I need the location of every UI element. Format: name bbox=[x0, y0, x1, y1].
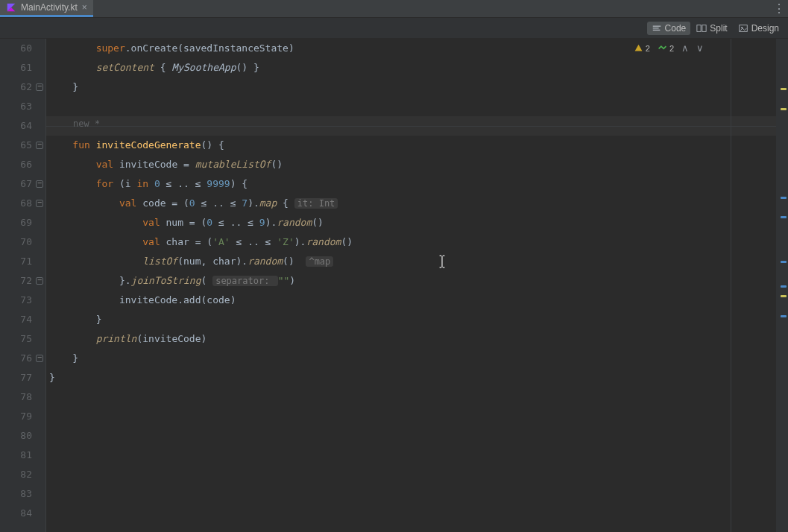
code-line[interactable]: val char = ('A' ≤ .. ≤ 'Z').random() bbox=[46, 232, 776, 252]
overview-ruler[interactable] bbox=[776, 39, 788, 532]
line-number[interactable]: 80 bbox=[0, 426, 32, 446]
fold-toggle-icon[interactable] bbox=[36, 180, 43, 188]
fold-toggle-icon[interactable] bbox=[36, 277, 43, 285]
view-mode-design[interactable]: Design bbox=[734, 22, 784, 35]
line-number[interactable]: 65 bbox=[0, 136, 32, 155]
view-mode-split-label: Split bbox=[710, 23, 727, 34]
code-line[interactable]: setContent { MySootheApp() } bbox=[46, 58, 776, 77]
line-number[interactable]: 77 bbox=[0, 368, 32, 387]
view-mode-code-label: Code bbox=[665, 23, 687, 34]
fold-column bbox=[36, 39, 45, 532]
line-number[interactable]: 78 bbox=[0, 387, 32, 407]
line-number[interactable]: 60 bbox=[0, 39, 32, 58]
overview-marker[interactable] bbox=[781, 315, 787, 317]
right-margin-guide bbox=[731, 39, 731, 532]
inline-hint: it: Int bbox=[294, 198, 338, 209]
code-line[interactable]: for (i in 0 ≤ .. ≤ 9999) { bbox=[46, 174, 776, 194]
line-number[interactable]: 74 bbox=[0, 310, 32, 329]
method-annotation: new * bbox=[73, 118, 100, 129]
fold-toggle-icon[interactable] bbox=[36, 355, 43, 362]
code-line[interactable]: }.joinToString( separator: "") bbox=[46, 271, 776, 291]
line-number[interactable]: 72 bbox=[0, 271, 32, 291]
overview-marker[interactable] bbox=[781, 261, 787, 263]
svg-rect-5 bbox=[697, 25, 701, 31]
code-area[interactable]: 2 2 ∧ ∨ new * super.onCreate(savedInstan… bbox=[46, 39, 776, 532]
prev-problem-icon[interactable]: ∧ bbox=[681, 42, 689, 54]
code-line[interactable] bbox=[46, 504, 776, 523]
warning-icon bbox=[634, 43, 643, 53]
line-number[interactable]: 61 bbox=[0, 58, 32, 77]
fold-toggle-icon[interactable] bbox=[36, 83, 43, 91]
tab-label: MainActivity.kt bbox=[21, 2, 78, 13]
tab-main-activity[interactable]: MainActivity.kt × bbox=[0, 0, 93, 17]
line-number[interactable]: 66 bbox=[0, 155, 32, 174]
line-number-gutter[interactable]: 6061626364656667686970717273747576777879… bbox=[0, 39, 46, 532]
inline-hint: separator: bbox=[212, 276, 277, 286]
line-number[interactable]: 70 bbox=[0, 232, 32, 252]
line-number[interactable]: 73 bbox=[0, 291, 32, 310]
overview-marker[interactable] bbox=[781, 295, 787, 297]
code-line[interactable] bbox=[46, 426, 776, 446]
code-line[interactable]: } bbox=[46, 310, 776, 329]
line-number[interactable]: 63 bbox=[0, 97, 32, 116]
line-number[interactable]: 71 bbox=[0, 252, 32, 271]
line-number[interactable]: 76 bbox=[0, 349, 32, 368]
overview-marker[interactable] bbox=[781, 216, 787, 218]
line-number[interactable]: 68 bbox=[0, 194, 32, 213]
line-number[interactable]: 84 bbox=[0, 504, 32, 523]
overview-marker[interactable] bbox=[781, 108, 787, 110]
code-line[interactable] bbox=[46, 97, 776, 116]
editor: 6061626364656667686970717273747576777879… bbox=[0, 39, 788, 532]
code-line[interactable]: val inviteCode = mutableListOf() bbox=[46, 155, 776, 174]
code-line[interactable]: } bbox=[46, 368, 776, 387]
line-number[interactable]: 81 bbox=[0, 446, 32, 465]
code-line[interactable] bbox=[46, 407, 776, 426]
overview-marker[interactable] bbox=[781, 197, 787, 199]
next-problem-icon[interactable]: ∨ bbox=[696, 42, 704, 54]
text-cursor-icon bbox=[437, 255, 447, 268]
code-line[interactable]: fun inviteCodeGenerate() { bbox=[46, 136, 776, 155]
code-line[interactable]: inviteCode.add(code) bbox=[46, 291, 776, 310]
problems-widget[interactable]: 2 2 ∧ ∨ bbox=[629, 41, 708, 55]
line-number[interactable]: 83 bbox=[0, 484, 32, 504]
code-line[interactable]: listOf(num, char).random() ^map bbox=[46, 252, 776, 271]
fold-toggle-icon[interactable] bbox=[36, 200, 43, 207]
warnings-count[interactable]: 2 bbox=[634, 43, 650, 53]
code-line[interactable] bbox=[46, 446, 776, 465]
code-line[interactable]: } bbox=[46, 77, 776, 97]
view-mode-design-label: Design bbox=[751, 23, 779, 34]
line-number[interactable]: 64 bbox=[0, 116, 32, 136]
close-tab-icon[interactable]: × bbox=[82, 2, 87, 13]
design-view-icon bbox=[738, 23, 748, 34]
line-number[interactable]: 62 bbox=[0, 77, 32, 97]
svg-rect-2 bbox=[652, 25, 661, 26]
line-number[interactable]: 82 bbox=[0, 465, 32, 484]
code-view-icon bbox=[652, 23, 662, 34]
split-view-icon bbox=[696, 23, 707, 34]
view-mode-code[interactable]: Code bbox=[647, 22, 691, 35]
code-line[interactable]: val num = (0 ≤ .. ≤ 9).random() bbox=[46, 213, 776, 232]
line-number[interactable]: 75 bbox=[0, 329, 32, 349]
weak-warnings-count[interactable]: 2 bbox=[658, 43, 674, 53]
svg-rect-3 bbox=[652, 28, 658, 28]
code-line[interactable] bbox=[46, 484, 776, 504]
editor-view-mode-bar: Code Split Design bbox=[0, 18, 788, 39]
fold-toggle-icon[interactable] bbox=[36, 142, 43, 149]
weak-warning-icon bbox=[658, 43, 667, 53]
svg-rect-6 bbox=[702, 25, 706, 31]
overview-marker[interactable] bbox=[781, 88, 787, 90]
code-line[interactable]: } bbox=[46, 349, 776, 368]
line-number[interactable]: 69 bbox=[0, 213, 32, 232]
code-line[interactable]: val code = (0 ≤ .. ≤ 7).map { it: Int bbox=[46, 194, 776, 213]
line-number[interactable]: 79 bbox=[0, 407, 32, 426]
inline-hint: ^map bbox=[306, 256, 333, 267]
tab-bar-spacer bbox=[93, 0, 770, 17]
tab-overflow-icon[interactable]: ⋮ bbox=[770, 0, 788, 17]
code-line[interactable] bbox=[46, 387, 776, 407]
view-mode-split[interactable]: Split bbox=[692, 22, 731, 35]
overview-marker[interactable] bbox=[781, 285, 787, 288]
code-line[interactable] bbox=[46, 465, 776, 484]
svg-rect-4 bbox=[652, 29, 660, 30]
line-number[interactable]: 67 bbox=[0, 174, 32, 194]
code-line[interactable]: println(inviteCode) bbox=[46, 329, 776, 349]
